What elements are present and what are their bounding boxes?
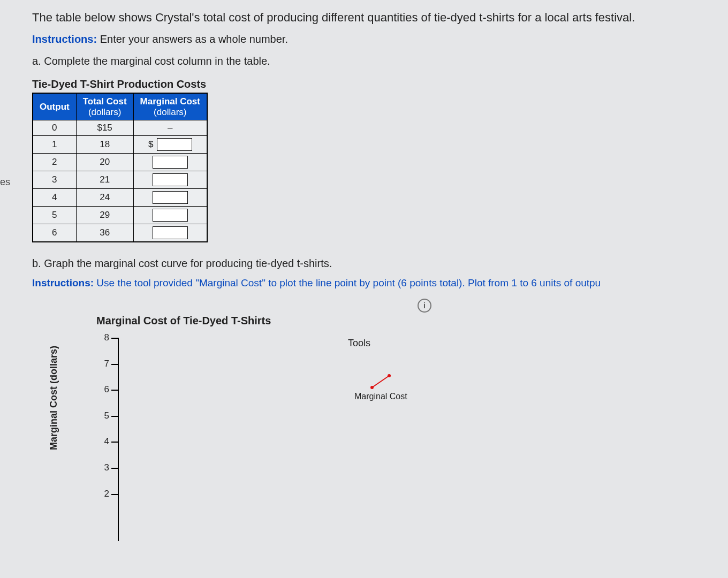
y-tick	[111, 468, 118, 469]
table-row: 0$15–	[33, 120, 207, 136]
cropped-sidebar-text: es	[0, 177, 10, 188]
col-header-output: Output	[33, 93, 76, 120]
cell-total: 21	[76, 171, 133, 189]
y-tick-label: 7	[96, 359, 109, 369]
table-row: 321	[33, 171, 207, 189]
intro-text: The table below shows Crystal's total co…	[32, 11, 728, 25]
instructions-label: Instructions:	[32, 33, 97, 45]
svg-line-0	[372, 376, 389, 387]
mc-input[interactable]	[153, 191, 188, 204]
y-tick-label: 4	[96, 436, 109, 447]
y-tick-label: 3	[96, 462, 109, 473]
tools-panel: Tools Marginal Cost	[348, 338, 414, 405]
instructions2-line: Instructions: Use the tool provided "Mar…	[32, 277, 728, 289]
cell-total: $15	[76, 120, 133, 136]
svg-point-1	[370, 386, 374, 389]
mc-input[interactable]	[157, 138, 192, 151]
cell-output: 3	[33, 171, 76, 189]
cell-total: 36	[76, 224, 133, 242]
table-row: 118$	[33, 136, 207, 154]
info-icon[interactable]: i	[418, 299, 431, 313]
cell-mc	[133, 171, 207, 189]
chart-title: Marginal Cost of Tie-Dyed T-Shirts	[96, 315, 728, 327]
line-tool-icon	[370, 374, 391, 390]
cell-total: 18	[76, 136, 133, 154]
y-tick	[111, 494, 118, 495]
cell-mc	[133, 224, 207, 242]
y-axis-line	[118, 338, 119, 541]
cell-total: 29	[76, 207, 133, 224]
cell-output: 6	[33, 224, 76, 242]
instructions2-label: Instructions:	[32, 277, 94, 288]
cell-mc	[133, 189, 207, 207]
y-tick	[111, 390, 118, 391]
table-row: 424	[33, 189, 207, 207]
y-tick-label: 5	[96, 410, 109, 421]
col-header-mc-top: Marginal Cost	[134, 94, 207, 107]
instructions2-text: Use the tool provided "Marginal Cost" to…	[94, 277, 601, 288]
tools-label: Tools	[348, 338, 414, 349]
cell-output: 5	[33, 207, 76, 224]
dollar-sign: $	[148, 139, 153, 150]
y-tick-label: 6	[96, 384, 109, 395]
y-tick-label: 8	[96, 332, 109, 343]
col-header-mc-bot: (dollars)	[134, 107, 207, 120]
instructions-text: Enter your answers as a whole number.	[97, 33, 288, 45]
table-row: 220	[33, 154, 207, 171]
cell-output: 1	[33, 136, 76, 154]
mc-input[interactable]	[153, 173, 188, 186]
cost-table: Output Total Cost (dollars) Marginal Cos…	[32, 93, 208, 242]
cell-output: 0	[33, 120, 76, 136]
mc-input[interactable]	[153, 226, 188, 239]
col-header-total-bot: (dollars)	[77, 107, 133, 120]
col-header-total: Total Cost (dollars)	[76, 93, 133, 120]
cell-mc: $	[133, 136, 207, 154]
col-header-total-top: Total Cost	[77, 94, 133, 107]
part-b-text: b. Graph the marginal cost curve for pro…	[32, 257, 728, 270]
cell-output: 2	[33, 154, 76, 171]
instructions-line: Instructions: Enter your answers as a wh…	[32, 33, 728, 45]
mc-input[interactable]	[153, 156, 188, 169]
y-tick	[111, 338, 118, 339]
part-a-text: a. Complete the marginal cost column in …	[32, 55, 728, 67]
cell-mc	[133, 207, 207, 224]
cell-total: 20	[76, 154, 133, 171]
cell-total: 24	[76, 189, 133, 207]
table-title: Tie-Dyed T-Shirt Production Costs	[32, 78, 728, 90]
chart-area[interactable]: Marginal Cost (dollars) 8765432 Tools Ma…	[48, 338, 530, 562]
y-axis-label: Marginal Cost (dollars)	[48, 346, 59, 450]
table-row: 529	[33, 207, 207, 224]
cell-output: 4	[33, 189, 76, 207]
chart-axes: 8765432	[96, 338, 316, 541]
col-header-mc: Marginal Cost (dollars)	[133, 93, 207, 120]
marginal-cost-tool[interactable]: Marginal Cost	[348, 370, 414, 405]
svg-point-2	[388, 374, 391, 377]
y-tick	[111, 364, 118, 365]
cell-mc: –	[133, 120, 207, 136]
y-tick	[111, 416, 118, 417]
cell-mc	[133, 154, 207, 171]
mc-input[interactable]	[153, 209, 188, 222]
y-tick-label: 2	[96, 489, 109, 499]
y-tick	[111, 442, 118, 443]
tool-label: Marginal Cost	[354, 392, 407, 401]
table-row: 636	[33, 224, 207, 242]
